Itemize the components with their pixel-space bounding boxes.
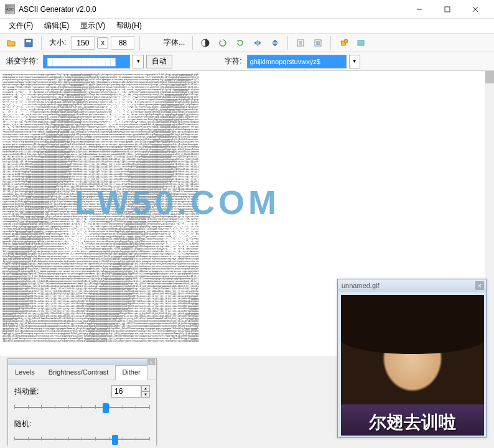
chars-dropdown[interactable]: ▼ — [349, 55, 360, 68]
separator — [287, 36, 288, 50]
svg-rect-5 — [26, 40, 31, 42]
chars-label: 字符: — [225, 56, 241, 67]
separator — [139, 36, 140, 50]
ramp-combo[interactable]: ██████████████ — [43, 55, 130, 68]
preview-title: unnamed.gif — [342, 282, 380, 289]
dither-slider[interactable] — [14, 401, 150, 414]
svg-rect-1 — [445, 7, 450, 12]
font-label[interactable]: 字体... — [164, 37, 185, 48]
random-slider[interactable] — [14, 433, 150, 446]
app-icon: ASC — [5, 4, 15, 14]
flip-h-button[interactable] — [250, 35, 265, 50]
size-label: 大小: — [49, 37, 66, 48]
width-input[interactable] — [71, 36, 95, 50]
ramp-dropdown[interactable]: ▼ — [133, 55, 144, 68]
random-label: 随机: — [14, 419, 45, 429]
window-title: ASCII Generator v2.0.0 — [19, 5, 405, 14]
dither-spinner[interactable]: ▲▼ — [141, 385, 150, 398]
preview-button[interactable] — [336, 35, 351, 50]
panel-close-button[interactable]: × — [147, 359, 155, 365]
panel-header[interactable]: × — [8, 359, 156, 365]
svg-rect-16 — [358, 40, 364, 45]
flip-v-button[interactable] — [268, 35, 282, 50]
dither-slider-thumb[interactable] — [103, 403, 109, 413]
separator — [41, 36, 42, 50]
minimize-button[interactable] — [405, 0, 433, 19]
view-text-button[interactable] — [293, 35, 308, 50]
separator — [192, 36, 193, 50]
invert-button[interactable] — [198, 35, 213, 50]
dither-label: 抖动量: — [14, 386, 45, 397]
open-button[interactable] — [4, 35, 19, 50]
lock-aspect-button[interactable]: x — [97, 37, 108, 49]
preview-image: 尔翅去训啦 — [341, 295, 484, 436]
rotate-button[interactable] — [233, 35, 248, 50]
image-preview-panel: unnamed.gif × 尔翅去训啦 — [337, 279, 487, 438]
menu-file[interactable]: 文件(F) — [4, 19, 38, 32]
ramp-label: 渐变字符: — [6, 56, 38, 67]
height-input[interactable] — [111, 36, 134, 50]
dither-input[interactable] — [111, 385, 141, 398]
random-slider-thumb[interactable] — [112, 435, 118, 445]
vertical-scrollbar[interactable] — [485, 71, 494, 356]
tab-levels[interactable]: Levels — [8, 365, 42, 380]
svg-point-15 — [344, 39, 348, 43]
preview-caption: 尔翅去训啦 — [341, 411, 484, 434]
menu-help[interactable]: 帮助(H) — [111, 19, 147, 32]
auto-button[interactable]: 自动 — [146, 55, 172, 68]
adjustment-panel: × Levels Brightness/Contrast Dither 抖动量:… — [7, 358, 157, 446]
tab-dither[interactable]: Dither — [115, 365, 147, 380]
refresh-button[interactable] — [215, 35, 230, 50]
chars-combo[interactable]: ghijklmnopqrstuvwxyz$ — [247, 55, 347, 68]
menu-edit[interactable]: 编辑(E) — [39, 19, 74, 32]
menu-view[interactable]: 显示(V) — [75, 19, 110, 32]
preview-close-button[interactable]: × — [475, 281, 484, 290]
separator — [330, 36, 331, 50]
view-color-button[interactable] — [310, 35, 325, 50]
tab-brightness-contrast[interactable]: Brightness/Contrast — [42, 365, 116, 380]
scrollbar-thumb[interactable] — [485, 71, 494, 83]
save-button[interactable] — [21, 35, 36, 50]
settings-button[interactable] — [353, 35, 368, 50]
close-button[interactable] — [461, 0, 489, 19]
maximize-button[interactable] — [433, 0, 461, 19]
preview-header[interactable]: unnamed.gif × — [338, 279, 486, 292]
